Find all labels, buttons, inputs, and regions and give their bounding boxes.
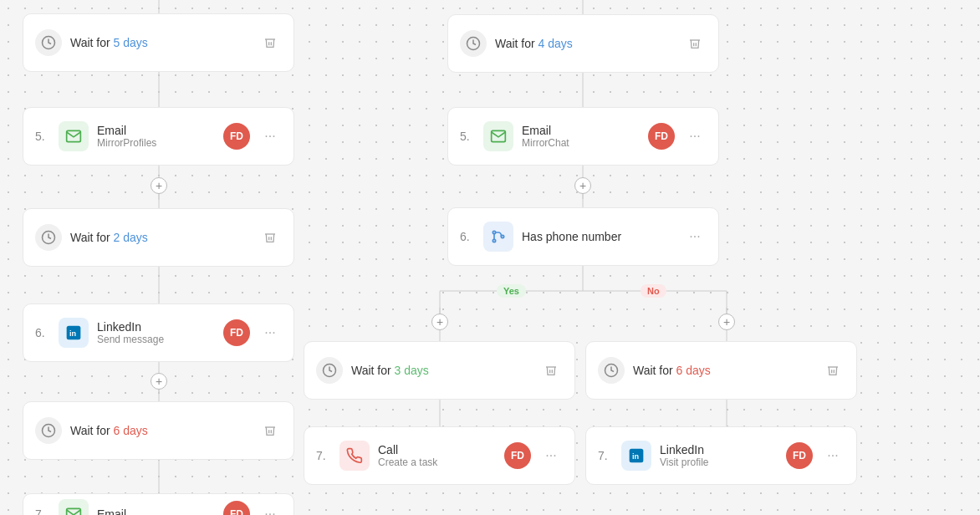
more-button-3[interactable]: ··· [683,125,707,148]
email-bottom-icon [59,499,89,515]
add-button-left-2[interactable]: + [151,373,167,390]
clock-icon-5 [316,357,343,384]
linkedin-visit-icon: in [621,441,651,471]
avatar-fd-5: FD [786,442,813,469]
has-phone-number-card: 6. Has phone number ··· [447,207,719,266]
wait-2-days-card: Wait for 2 days [23,208,294,267]
more-button-7[interactable]: ··· [258,502,282,515]
svg-text:in: in [69,329,77,338]
svg-point-27 [493,239,495,242]
svg-text:in: in [632,452,640,461]
has-phone-title: Has phone number [522,230,675,243]
more-button-6[interactable]: ··· [821,444,845,467]
workflow-canvas: + + + + + Yes No Wait for 5 days 5. [0,0,980,515]
avatar-fd-3: FD [648,123,675,150]
linkedin-send-card: 6. in LinkedIn Send message FD ··· [23,303,294,362]
linkedin-send-title: LinkedIn [97,320,215,334]
avatar-fd-4: FD [504,442,531,469]
more-button-5[interactable]: ··· [539,444,563,467]
email-mirrorprofiles-text: Email MirrorProfiles [97,124,215,149]
step-num-7-left: 7. [35,507,50,515]
add-button-left-1[interactable]: + [151,177,167,194]
linkedin-visit-card: 7. in LinkedIn Visit profile FD ··· [585,426,857,485]
email-mirrorchat-card: 5. Email MirrorChat FD ··· [447,107,719,166]
more-button-2[interactable]: ··· [258,321,282,344]
wait-5-days-value: 5 days [114,36,148,49]
email-mirrorchat-title: Email [522,124,640,137]
step-num-5-right: 5. [460,130,475,143]
avatar-fd-2: FD [223,319,250,346]
avatar-fd-1: FD [223,123,250,150]
clock-icon-3 [35,417,62,444]
wait-6-days-left-card: Wait for 6 days [23,401,294,460]
clock-icon [35,29,62,56]
email-bottom-left-card: 7. Email FD ··· [23,493,294,515]
wait-4-label: Wait for 4 days [495,37,675,50]
clock-icon-4 [460,30,487,57]
linkedin-send-icon: in [59,318,89,348]
wait-6-left-label: Wait for 6 days [70,424,250,437]
more-button-4[interactable]: ··· [683,225,707,248]
delete-wait-6-left-button[interactable] [258,419,282,442]
add-button-right-1[interactable]: + [574,177,591,194]
email-mirrorprofiles-subtitle: MirrorProfiles [97,137,215,149]
wait-2-label: Wait for 2 days [70,231,250,244]
linkedin-visit-subtitle: Visit profile [660,456,778,468]
linkedin-visit-title: LinkedIn [660,443,778,456]
delete-wait-3-button[interactable] [539,359,563,382]
delete-wait-5-button[interactable] [258,31,282,54]
call-create-card: 7. Call Create a task FD ··· [304,426,575,485]
branch-icon [483,222,513,252]
delete-wait-2-button[interactable] [258,226,282,249]
step-num-7-call: 7. [316,449,331,462]
svg-point-26 [493,231,495,233]
add-button-branch-left[interactable]: + [431,314,448,330]
step-num-6-left: 6. [35,326,50,339]
branch-label-yes: Yes [497,284,526,298]
delete-wait-4-button[interactable] [683,32,707,55]
wait-4-days-card: Wait for 4 days [447,14,719,73]
email-mirrorchat-text: Email MirrorChat [522,124,640,149]
email-bottom-left-text: Email [97,507,215,515]
call-icon [339,441,370,471]
step-num-7-linkedin: 7. [598,449,613,462]
add-button-branch-right[interactable]: + [718,314,735,330]
has-phone-text: Has phone number [522,230,675,243]
wait-6-right-days-value: 6 days [676,364,711,377]
linkedin-send-subtitle: Send message [97,334,215,345]
linkedin-send-text: LinkedIn Send message [97,320,215,345]
wait-3-days-card: Wait for 3 days [304,341,575,400]
email-mirrorchat-subtitle: MirrorChat [522,137,640,149]
call-create-title: Call [378,443,496,456]
wait-4-days-value: 4 days [538,37,573,50]
email-mirrorprofiles-title: Email [97,124,215,137]
email-bottom-left-title: Email [97,507,215,515]
wait-6-right-label: Wait for 6 days [633,364,813,377]
wait-3-label: Wait for 3 days [351,364,531,377]
wait-6-days-right-card: Wait for 6 days [585,341,857,400]
more-button-1[interactable]: ··· [258,125,282,148]
branch-label-no: No [641,284,666,298]
email-mirrorchat-icon [483,121,513,151]
wait-3-days-value: 3 days [395,364,429,377]
wait-5-days-card: Wait for 5 days [23,13,294,72]
step-num-5-left: 5. [35,130,50,143]
wait-2-days-value: 2 days [114,231,148,244]
clock-icon-2 [35,224,62,251]
avatar-fd-7: FD [223,501,250,515]
wait-6-left-days-value: 6 days [114,424,148,437]
wait-5-label: Wait for 5 days [70,36,250,49]
delete-wait-6-right-button[interactable] [821,359,845,382]
call-create-text: Call Create a task [378,443,496,468]
step-num-6-right: 6. [460,230,475,243]
email-mirrorprofiles-icon [59,121,89,151]
clock-icon-6 [598,357,625,384]
call-create-subtitle: Create a task [378,456,496,468]
email-mirrorprofiles-card: 5. Email MirrorProfiles FD ··· [23,107,294,166]
linkedin-visit-text: LinkedIn Visit profile [660,443,778,468]
